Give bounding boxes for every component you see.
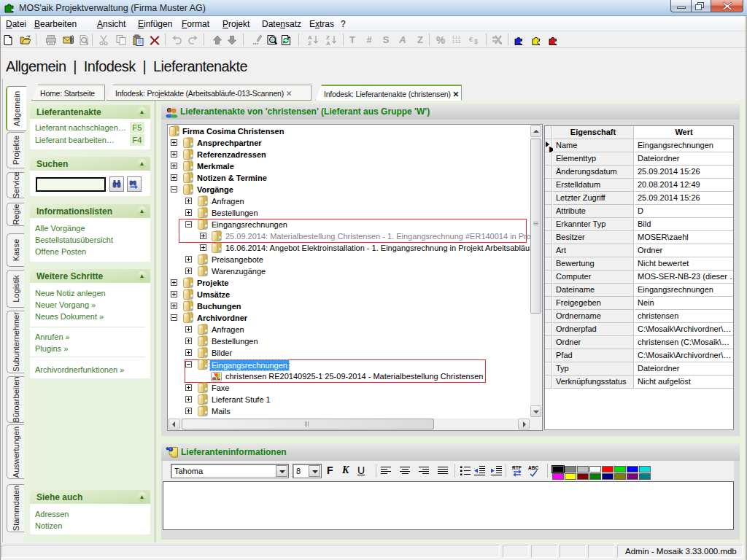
svg-text:$: $ <box>474 38 478 45</box>
svg-text:Z: Z <box>308 40 311 46</box>
svg-text:A: A <box>326 40 330 46</box>
svg-text:ABC: ABC <box>528 465 538 470</box>
svg-text:...: ... <box>452 43 455 47</box>
svg-text:RTF: RTF <box>512 465 522 470</box>
svg-text:€: € <box>469 36 473 43</box>
